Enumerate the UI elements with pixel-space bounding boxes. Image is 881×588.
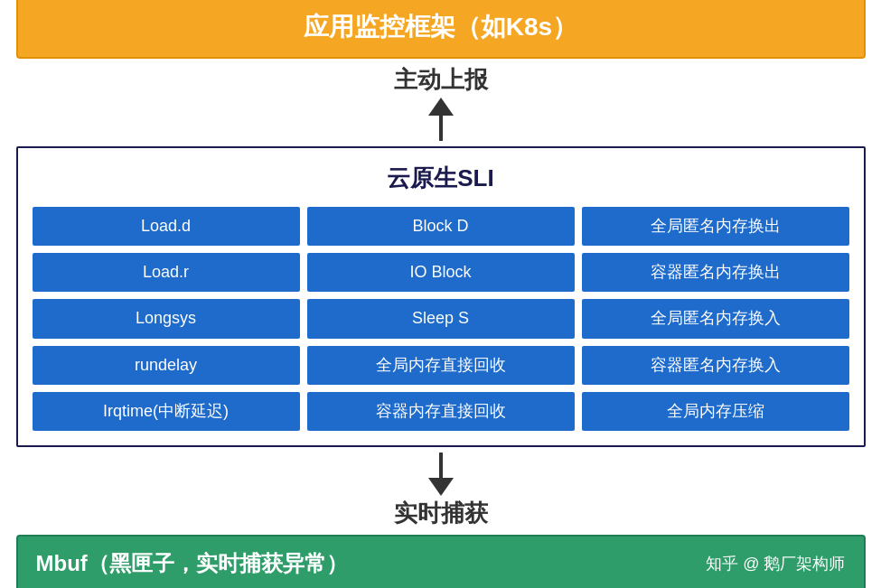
cell-io-block: IO Block [307,253,575,292]
bottom-bar: Mbuf（黑匣子，实时捕获异常） 知乎 @ 鹅厂架构师 [16,535,866,588]
cell-load-r: Load.r [33,253,300,292]
cell-container-anon-in: 容器匿名内存换入 [582,346,849,385]
middle-title: 云原生SLI [33,163,849,194]
diagram-wrapper: 应用监控框架（如K8s） 主动上报 云原生SLI Load.d Block D … [16,0,866,588]
cell-global-anon-out: 全局匿名内存换出 [582,207,849,246]
bottom-bar-main-text: Mbuf（黑匣子，实时捕获异常） [36,549,348,578]
arrow-down-section: 实时捕获 [394,447,488,535]
cell-global-mem-reclaim: 全局内存直接回收 [307,346,575,385]
cell-load-d: Load.d [33,207,300,246]
cell-container-anon-out: 容器匿名内存换出 [582,253,849,292]
cell-sleep-s: Sleep S [307,299,575,338]
top-bar: 应用监控框架（如K8s） [16,0,866,59]
arrow-up-line [439,116,443,141]
cell-irqtime: Irqtime(中断延迟) [33,392,300,431]
cell-longsys: Longsys [33,299,300,338]
grid-container: Load.d Block D 全局匿名内存换出 Load.r IO Block … [33,207,849,432]
top-bar-label: 应用监控框架（如K8s） [304,13,577,41]
arrow-down-icon [428,478,454,496]
arrow-down-line [439,453,443,478]
cell-block-d: Block D [307,207,575,246]
cell-global-mem-compress: 全局内存压缩 [582,392,849,431]
arrow-up-icon [428,98,454,116]
middle-box: 云原生SLI Load.d Block D 全局匿名内存换出 Load.r IO… [16,146,866,448]
bottom-bar-credit-text: 知乎 @ 鹅厂架构师 [706,553,845,574]
arrow-up-label: 主动上报 [394,64,488,96]
cell-rundelay: rundelay [33,346,300,385]
cell-container-mem-reclaim: 容器内存直接回收 [307,392,575,431]
arrow-up-section: 主动上报 [394,59,488,146]
cell-global-anon-in: 全局匿名内存换入 [582,299,849,338]
arrow-down-label: 实时捕获 [394,498,488,529]
